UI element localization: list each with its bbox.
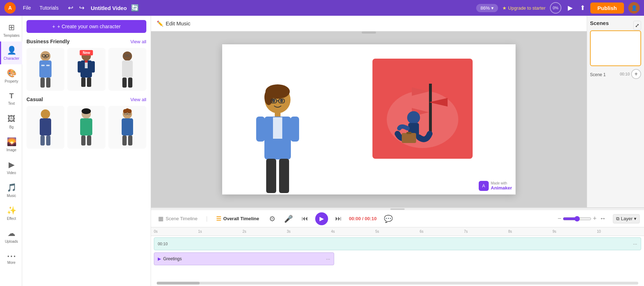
- timeline-scrollbar-thumb[interactable]: [157, 282, 200, 285]
- add-scene-button[interactable]: +: [631, 69, 641, 79]
- effect-icon: ✨: [7, 206, 16, 215]
- sidebar-label-property: Property: [5, 79, 18, 83]
- track-audio-dots[interactable]: ···: [326, 256, 330, 262]
- video-title[interactable]: Untitled Video: [91, 5, 127, 11]
- ruler-mark-5: 5s: [375, 230, 420, 233]
- publish-button[interactable]: Publish: [590, 3, 624, 14]
- topbar-actions: ▶ ⬆ Publish: [566, 3, 624, 14]
- canvas-character-svg: [254, 80, 301, 194]
- canvas-resize-handle[interactable]: [362, 31, 376, 34]
- timeline-area: ▦ Scene Timeline | ☰ Overall Timeline ⚙ …: [151, 207, 644, 286]
- sidebar-item-video[interactable]: ▶ Video: [0, 156, 22, 179]
- subtitles-button[interactable]: 💬: [382, 213, 394, 225]
- sidebar-item-bg[interactable]: 🖼 Bg: [0, 110, 22, 133]
- sidebar-item-music[interactable]: 🎵 Music: [0, 179, 22, 202]
- ruler-mark-2: 2s: [243, 230, 287, 233]
- play-button[interactable]: ▶: [315, 212, 328, 225]
- ruler-mark-0: 0s: [154, 230, 198, 233]
- sidebar-item-uploads[interactable]: ☁ Uploads: [0, 225, 22, 247]
- mic-button[interactable]: 🎤: [283, 213, 294, 225]
- ruler-mark-8: 8s: [508, 230, 553, 233]
- svg-rect-42: [128, 135, 132, 146]
- svg-rect-55: [279, 159, 289, 193]
- sidebar-item-property[interactable]: 🎨 Property: [0, 64, 22, 87]
- zoom-control[interactable]: 86% ▾: [476, 4, 498, 12]
- ruler-mark-9: 9s: [552, 230, 597, 233]
- svg-rect-40: [122, 118, 133, 135]
- share-button[interactable]: ⬆: [578, 3, 587, 13]
- scene-item-label: Scene 1: [590, 72, 606, 77]
- menu-tutorials[interactable]: Tutorials: [37, 4, 62, 12]
- sidebar-label-more: More: [8, 261, 16, 265]
- fit-to-view-button[interactable]: ↔: [598, 213, 607, 224]
- topbar-menu: File Tutorials: [20, 4, 62, 12]
- char-card-1[interactable]: [26, 48, 64, 91]
- char-figure-4: [35, 108, 56, 147]
- sidebar-item-templates[interactable]: ⊞ Templates: [0, 19, 22, 41]
- user-avatar[interactable]: 👤: [628, 2, 640, 14]
- redo-button[interactable]: ↪: [77, 3, 87, 13]
- sidebar-item-character[interactable]: 👤 Character: [0, 41, 22, 64]
- timeline-tracks: 00:10 ··· ▶ Greetings ···: [151, 236, 644, 280]
- layer-button[interactable]: ⧉ Layer ▾: [613, 214, 640, 223]
- camera-settings-button[interactable]: ⚙: [268, 213, 277, 225]
- svg-point-30: [82, 108, 91, 114]
- tab-overall-timeline[interactable]: ☰ Overall Timeline: [213, 214, 262, 223]
- sidebar-label-video: Video: [7, 171, 16, 175]
- topbar: A File Tutorials ↩ ↪ Untitled Video 🔄 86…: [0, 0, 644, 16]
- zoom-out-button[interactable]: −: [557, 215, 561, 222]
- business-view-all[interactable]: View all: [130, 39, 146, 44]
- zoom-slider[interactable]: [563, 216, 591, 222]
- skip-forward-button[interactable]: ⏭: [334, 213, 343, 224]
- upgrade-button[interactable]: ★ Upgrade to starter: [502, 5, 546, 11]
- casual-section-title: Casual: [26, 97, 43, 102]
- app-logo[interactable]: A: [4, 2, 16, 14]
- track-scene-bar[interactable]: 00:10 ···: [154, 237, 641, 250]
- property-icon: 🎨: [7, 69, 16, 78]
- svg-rect-54: [266, 159, 276, 193]
- tab-scene-timeline[interactable]: ▦ Scene Timeline: [155, 214, 200, 223]
- scene-thumbnail-1[interactable]: [590, 30, 641, 66]
- menu-file[interactable]: File: [20, 4, 34, 12]
- sidebar-item-text[interactable]: T Text: [0, 87, 22, 110]
- edit-music-label: ✏️ Edit Music: [157, 20, 190, 27]
- char-card-4[interactable]: [26, 106, 64, 149]
- play-preview-button[interactable]: ▶: [566, 3, 575, 13]
- canvas-toolbar: ✏️ Edit Music: [151, 16, 587, 31]
- canvas-viewport[interactable]: A Made with Animaker: [151, 31, 587, 207]
- save-icon[interactable]: 🔄: [131, 4, 139, 12]
- casual-section-header: Casual View all: [26, 97, 146, 102]
- char-card-6[interactable]: [108, 106, 146, 149]
- svg-rect-56: [256, 117, 265, 142]
- casual-char-grid: [26, 106, 146, 149]
- watermark-text: Made with Animaker: [491, 181, 512, 191]
- char-card-3[interactable]: [108, 48, 146, 91]
- char-card-5[interactable]: [67, 106, 105, 149]
- track-scene-dots[interactable]: ···: [633, 241, 637, 247]
- svg-rect-20: [122, 78, 127, 88]
- character-icon: 👤: [7, 46, 16, 55]
- scene-timeline-icon: ▦: [158, 215, 164, 222]
- canvas-area: ✏️ Edit Music: [151, 16, 587, 207]
- sidebar-item-effect[interactable]: ✨ Effect: [0, 202, 22, 225]
- business-section-header: Business Friendly View all: [26, 39, 146, 44]
- svg-rect-14: [81, 78, 86, 87]
- char-card-2[interactable]: New: [67, 48, 105, 91]
- audio-play-icon: ▶: [158, 256, 161, 261]
- casual-view-all[interactable]: View all: [130, 97, 146, 102]
- zoom-in-button[interactable]: +: [593, 215, 597, 222]
- sidebar-label-bg: Bg: [9, 125, 14, 129]
- undo-button[interactable]: ↩: [66, 3, 75, 13]
- track-audio-bar[interactable]: ▶ Greetings ···: [154, 252, 334, 265]
- timeline-audio-track: ▶ Greetings ···: [154, 252, 641, 265]
- svg-rect-28: [46, 135, 50, 146]
- more-icon: • • •: [8, 253, 15, 259]
- sidebar-item-more[interactable]: • • • More: [0, 247, 22, 270]
- create-character-button[interactable]: + + Create your own character: [26, 20, 146, 33]
- timeline-scrollbar[interactable]: [157, 282, 638, 285]
- skip-back-button[interactable]: ⏮: [300, 213, 309, 224]
- svg-rect-6: [46, 78, 50, 88]
- scenes-panel: Scenes Scene 1 00:10 +: [587, 16, 644, 207]
- bg-icon: 🖼: [8, 114, 15, 124]
- sidebar-item-image[interactable]: 🌄 Image: [0, 133, 22, 156]
